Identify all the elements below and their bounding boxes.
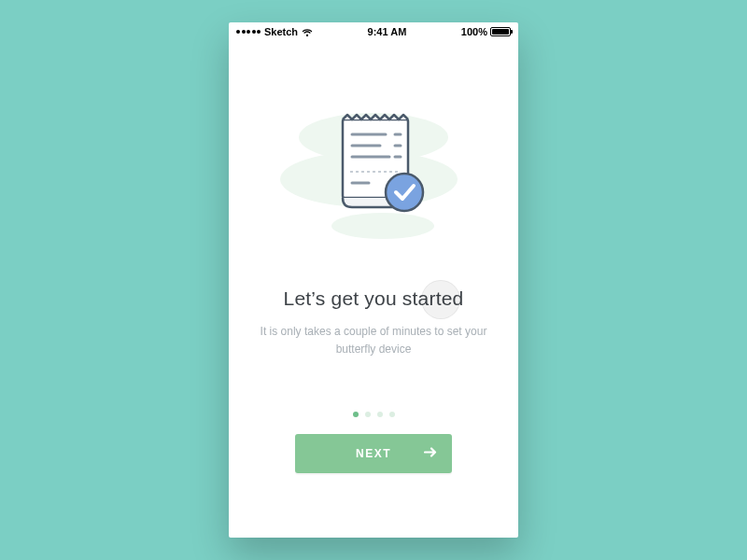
svg-point-2 [331, 213, 434, 239]
onboarding-screen: Let’s get you started It is only takes a… [229, 41, 518, 538]
signal-dots-icon [236, 30, 261, 34]
page-dot-3[interactable] [377, 412, 383, 417]
battery-percent: 100% [461, 26, 487, 37]
status-bar-left: Sketch [236, 26, 313, 37]
wifi-icon [302, 28, 313, 36]
status-bar-right: 100% [461, 26, 511, 37]
battery-icon [490, 27, 511, 36]
status-bar-time: 9:41 AM [368, 26, 407, 37]
phone-frame: Sketch 9:41 AM 100% [229, 22, 518, 538]
page-dot-2[interactable] [365, 412, 371, 417]
svg-point-12 [386, 174, 423, 211]
onboarding-subtext: It is only takes a couple of minutes to … [257, 323, 490, 357]
carrier-label: Sketch [264, 26, 298, 37]
page-dot-1[interactable] [353, 412, 359, 417]
arrow-right-icon [424, 447, 437, 461]
page-indicator [353, 412, 395, 417]
status-bar: Sketch 9:41 AM 100% [229, 22, 518, 41]
page-dot-4[interactable] [389, 412, 395, 417]
onboarding-heading: Let’s get you started [284, 287, 464, 310]
next-button[interactable]: NEXT [295, 434, 452, 473]
next-button-label: NEXT [356, 447, 391, 460]
receipt-check-icon [275, 95, 472, 245]
